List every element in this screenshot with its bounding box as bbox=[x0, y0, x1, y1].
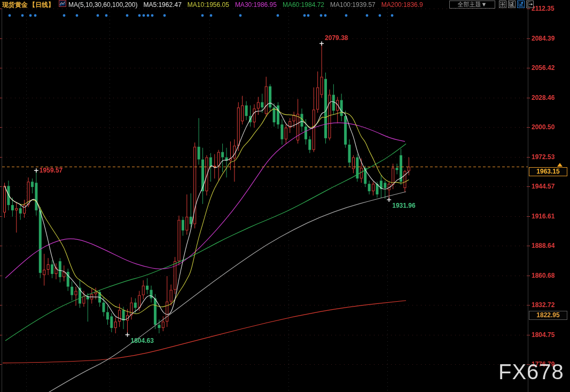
ma-legend-item: MA30:1986.95 bbox=[235, 1, 277, 9]
axis-tick-label: 2028.46 bbox=[532, 94, 555, 101]
axis-chart-icon[interactable] bbox=[508, 1, 516, 8]
trading-terminal: 现货黄金 【日线】 MA(5,10,30,60,100,200) MA5:196… bbox=[0, 0, 570, 392]
axis-tick-label: 1944.57 bbox=[532, 183, 555, 190]
chart-toolbar bbox=[499, 1, 534, 8]
symbol-name: 现货黄金 bbox=[2, 1, 28, 9]
exit-chart-icon[interactable] bbox=[526, 1, 534, 8]
ma-legend-item: MA60:1984.72 bbox=[283, 1, 324, 9]
candlestick-chart-canvas[interactable] bbox=[0, 0, 570, 392]
price-axis[interactable]: 1963.15 1822.95 2112.352084.392056.42202… bbox=[528, 0, 570, 392]
axis-tick-label: 1804.75 bbox=[532, 331, 555, 339]
mini-chart-icon[interactable] bbox=[59, 0, 66, 9]
axis-tick-label: 1832.72 bbox=[532, 301, 555, 309]
ma-legend-item: MA100:1939.57 bbox=[330, 1, 376, 9]
ma-legend-item: MA200:1836.9 bbox=[381, 1, 423, 9]
ma-legend-item: MA5:1962.47 bbox=[143, 1, 181, 9]
axis-tick-label: 1888.64 bbox=[532, 242, 555, 249]
period-label: 【日线】 bbox=[29, 1, 54, 9]
axis-tick-label: 2056.42 bbox=[532, 64, 555, 72]
axis-tick-label: 1972.53 bbox=[532, 153, 555, 161]
chart-header: 现货黄金 【日线】 MA(5,10,30,60,100,200) MA5:196… bbox=[0, 0, 570, 9]
axis-tick-label: 1916.61 bbox=[532, 213, 555, 220]
previous-close-label: 1822.95 bbox=[529, 311, 567, 320]
crosshair-icon[interactable] bbox=[499, 1, 506, 8]
theme-dropdown[interactable]: 全部主题▼ bbox=[449, 1, 495, 9]
ma-group-label: MA(5,10,30,60,100,200) bbox=[68, 1, 137, 9]
price-up-arrow bbox=[557, 163, 563, 167]
watermark: FX678 bbox=[498, 360, 564, 384]
axis-tick-label: 2084.39 bbox=[532, 35, 555, 42]
current-price-label: 1963.15 bbox=[529, 167, 567, 176]
axis-tick-label: 2000.50 bbox=[532, 123, 555, 131]
bar-chart-icon[interactable] bbox=[517, 1, 525, 8]
axis-tick-label: 1860.68 bbox=[532, 272, 555, 279]
ma-legend: MA5:1962.47MA10:1956.05MA30:1986.95MA60:… bbox=[137, 1, 423, 9]
ma-legend-item: MA10:1956.05 bbox=[188, 1, 229, 9]
